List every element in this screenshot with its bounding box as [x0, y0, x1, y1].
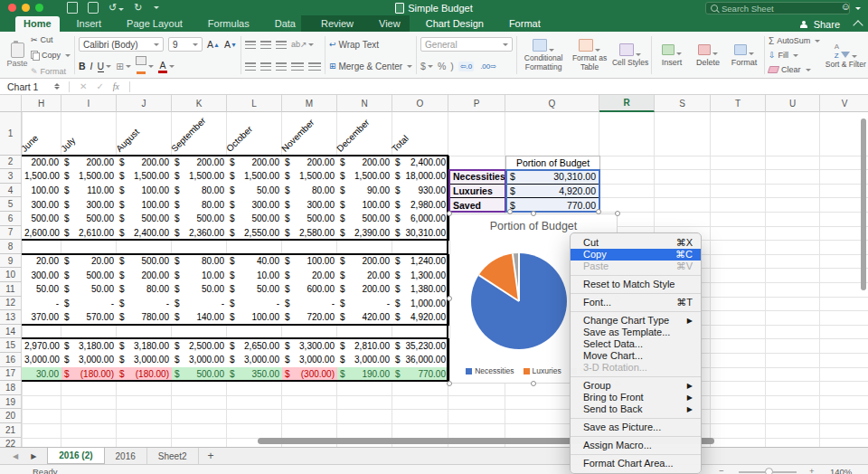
cell-K11[interactable]: $50.00: [172, 282, 228, 298]
cell-K15[interactable]: $2,500.00: [172, 338, 228, 354]
percent-format-button[interactable]: %: [438, 61, 446, 71]
row-header-4[interactable]: 4: [0, 184, 22, 198]
menu-item-change-chart-type[interactable]: Change Chart Type▶: [571, 315, 701, 327]
cell-J6[interactable]: $500.00: [117, 212, 173, 227]
menu-item-bring-to-front[interactable]: Bring to Front▶: [571, 392, 701, 403]
cell-I15[interactable]: $3,180.00: [61, 338, 118, 354]
month-header-december[interactable]: December: [337, 112, 392, 156]
wrap-text-button[interactable]: ↩Wrap Text: [329, 39, 412, 51]
customize-toolbar-caret-icon[interactable]: [154, 6, 159, 9]
cell-styles-button[interactable]: Cell Styles: [613, 43, 647, 68]
cell-H3[interactable]: 1,500.00: [22, 169, 62, 185]
column-header-S[interactable]: S: [655, 95, 711, 112]
collapse-ribbon-icon[interactable]: [853, 20, 863, 30]
sheet-tab-sheet2[interactable]: Sheet2: [147, 448, 199, 464]
row-header-6[interactable]: 6: [0, 212, 22, 226]
insert-function-icon[interactable]: fx: [113, 81, 119, 91]
chart-selection-handle[interactable]: [447, 211, 452, 216]
autosum-button[interactable]: ΣAutoSum: [769, 35, 820, 47]
redo-icon[interactable]: ↻: [134, 3, 142, 13]
cell-L6[interactable]: $500.00: [227, 212, 283, 227]
new-workbook-icon[interactable]: [67, 2, 78, 14]
add-sheet-button[interactable]: +: [199, 448, 223, 464]
chart-value-range-highlight[interactable]: [505, 169, 600, 213]
column-header-P[interactable]: P: [448, 95, 505, 112]
font-size-select[interactable]: 9: [168, 37, 203, 52]
cell-O3[interactable]: $18,000.00: [392, 169, 449, 185]
cell-I4[interactable]: $110.00: [61, 184, 118, 199]
increase-indent-icon[interactable]: [308, 62, 321, 71]
cell-L11[interactable]: $50.00: [227, 282, 283, 298]
sheet-tab-2016-2-[interactable]: 2016 (2): [47, 448, 104, 464]
menu-item-reset-to-match-style[interactable]: Reset to Match Style: [571, 279, 701, 290]
cell-M9[interactable]: $100.00: [282, 254, 338, 270]
insert-cells-button[interactable]: Insert: [656, 44, 688, 67]
copy-button[interactable]: Copy: [31, 50, 71, 62]
column-header-M[interactable]: M: [282, 95, 337, 112]
search-input[interactable]: Search Sheet: [705, 2, 850, 14]
cell-K6[interactable]: $500.00: [172, 212, 228, 227]
cell-N12[interactable]: $-: [337, 297, 393, 312]
next-sheet-arrow-icon[interactable]: ▶: [31, 452, 36, 460]
cell-L9[interactable]: $40.00: [227, 254, 283, 270]
cell-N2[interactable]: $200.00: [337, 156, 393, 171]
increase-decimal-button[interactable]: ⇦.0: [458, 62, 474, 71]
cell-M6[interactable]: $500.00: [282, 212, 338, 227]
cell-N6[interactable]: $500.00: [337, 212, 393, 227]
chart-selection-handle[interactable]: [447, 296, 452, 301]
cell-O16[interactable]: $36,000.00: [392, 353, 449, 368]
chart-selection-handle[interactable]: [531, 211, 536, 216]
cell-O2[interactable]: $2,400.00: [392, 156, 449, 171]
cell-J10[interactable]: $200.00: [117, 268, 173, 283]
cell-K3[interactable]: $1,500.00: [172, 169, 228, 185]
cell-K16[interactable]: $3,000.00: [172, 353, 228, 368]
cell-K5[interactable]: $80.00: [172, 197, 228, 213]
cell-J11[interactable]: $80.00: [117, 282, 173, 298]
ribbon-tab-home[interactable]: Home: [15, 16, 60, 32]
row-header-19[interactable]: 19: [0, 395, 22, 410]
cell-N5[interactable]: $100.00: [337, 197, 393, 213]
menu-item-copy[interactable]: Copy⌘C: [571, 249, 701, 261]
column-header-H[interactable]: H: [22, 95, 61, 112]
cell-H11[interactable]: 50.00: [22, 282, 62, 298]
increase-font-size-button[interactable]: A▲: [207, 39, 220, 50]
column-header-N[interactable]: N: [337, 95, 392, 112]
cancel-icon[interactable]: ✕: [80, 81, 87, 91]
cell-I12[interactable]: $-: [61, 297, 118, 312]
font-name-select[interactable]: Calibri (Body): [79, 37, 164, 52]
menu-item-format-chart-area[interactable]: Format Chart Area...: [571, 458, 701, 469]
spreadsheet-grid[interactable]: HIJKLMNOPQRSTUV1234567891011121314151617…: [0, 95, 868, 447]
number-format-select[interactable]: General: [420, 37, 513, 52]
row-header-2[interactable]: 2: [0, 156, 22, 170]
chart-selection-handle[interactable]: [615, 211, 620, 216]
cell-J4[interactable]: $100.00: [117, 184, 173, 199]
cell-N3[interactable]: $1,500.00: [337, 169, 393, 185]
cell-I5[interactable]: $300.00: [61, 197, 118, 213]
row-header-11[interactable]: 11: [0, 282, 22, 297]
close-window-button[interactable]: [8, 4, 16, 12]
row-header-5[interactable]: 5: [0, 197, 22, 212]
column-header-J[interactable]: J: [117, 95, 172, 112]
format-painter-button[interactable]: ✎Format: [31, 65, 71, 77]
align-right-icon[interactable]: [276, 62, 287, 71]
cell-O4[interactable]: $930.00: [392, 184, 449, 199]
cell-I2[interactable]: $200.00: [61, 156, 118, 171]
share-button[interactable]: Share: [814, 19, 840, 30]
range-handle[interactable]: [596, 209, 601, 214]
row-header-14[interactable]: 14: [0, 325, 22, 339]
menu-item-send-to-back[interactable]: Send to Back▶: [571, 403, 701, 415]
cell-N10[interactable]: $20.00: [337, 268, 393, 283]
menu-item-group[interactable]: Group▶: [571, 380, 701, 392]
cell-O12[interactable]: $1,000.00: [392, 297, 449, 312]
italic-button[interactable]: I: [90, 61, 93, 71]
format-as-table-button[interactable]: Format as Table: [570, 39, 609, 72]
cell-I16[interactable]: $3,000.00: [61, 353, 118, 368]
cell-J5[interactable]: $100.00: [117, 197, 173, 213]
legend-item-necessities[interactable]: Necessities: [466, 366, 514, 375]
undo-icon[interactable]: ↺: [108, 3, 124, 13]
cell-J2[interactable]: $200.00: [117, 156, 173, 171]
menu-item-save-as-template[interactable]: Save as Template...: [571, 327, 701, 338]
menu-item-move-chart[interactable]: Move Chart...: [571, 350, 701, 362]
cell-H9[interactable]: 20.00: [22, 254, 62, 270]
cell-N11[interactable]: $200.00: [337, 282, 393, 298]
